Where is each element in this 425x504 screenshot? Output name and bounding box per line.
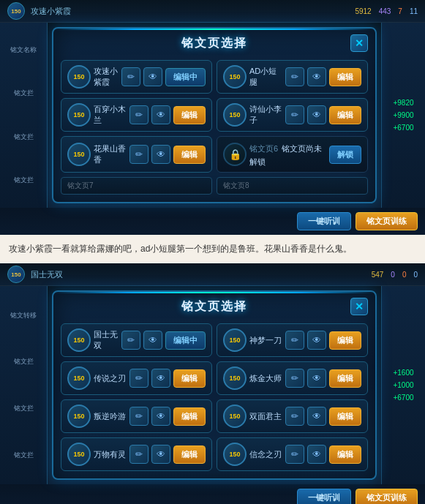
right-stat-1: +9820	[393, 99, 413, 107]
left2-panel-item-1[interactable]: 铭文转移	[10, 311, 37, 320]
bottom2-btn-rune-train[interactable]: 铭文页训练	[356, 489, 418, 504]
level2-badge-5: 150	[67, 405, 91, 428]
profile-name-4: 诗仙小李子	[249, 104, 282, 126]
edit2-icon-1[interactable]: ✏	[121, 331, 140, 350]
edit2-icon-7[interactable]: ✏	[129, 445, 148, 464]
modal2-close-button[interactable]: ✕	[350, 298, 368, 315]
edit-btn-1[interactable]: 编辑中	[165, 68, 206, 86]
stat-bolt: 11	[410, 7, 418, 15]
left2-panel-item-3[interactable]: 铭文拦	[14, 404, 34, 413]
unlock-btn-6[interactable]: 解锁	[329, 146, 361, 164]
profile-name-5: 花果山香香	[94, 143, 127, 165]
modal-title: 铭文页选择	[181, 36, 247, 51]
edit2-btn-7[interactable]: 编辑	[173, 445, 206, 464]
level2-badge-4: 150	[223, 366, 247, 390]
eye-icon-2[interactable]: 👁	[307, 67, 326, 86]
left-panel-item-2[interactable]: 铭文拦	[14, 89, 34, 98]
bottom-buttons-2: 一键听训 铭文页训练	[0, 484, 425, 504]
profile2-card-6: 150 双面君主 ✏ 👁 编辑	[217, 399, 368, 433]
level-badge-2: 150	[223, 65, 247, 89]
right2-stat-1: +1600	[393, 369, 413, 377]
bottom-btn-rune-train[interactable]: 铭文页训练	[356, 212, 418, 230]
profile-card-2: 150 AD小短腿 ✏ 👁 编辑	[217, 60, 368, 94]
edit-icon-2[interactable]: ✏	[285, 67, 304, 86]
left2-panel-item-2[interactable]: 铭文拦	[14, 357, 34, 366]
edit-icon-3[interactable]: ✏	[129, 105, 148, 124]
comment-section: 攻速小紫霞一看就算给露娜的吧，ad小短腿第一个想到的是鲁班。花果山香香是什么鬼。	[0, 235, 425, 263]
edit-btn-5[interactable]: 编辑	[173, 146, 206, 164]
profile-card-6: 🔒 铭文页6 铭文页尚未解锁 解锁	[217, 136, 368, 173]
eye2-icon-3[interactable]: 👁	[151, 369, 170, 388]
profile-grid: 150 攻速小紫霞 ✏ 👁 编辑中 150 AD小短腿 ✏ 👁	[61, 60, 368, 173]
profile2-card-4: 150 炼金大师 ✏ 👁 编辑	[217, 361, 368, 395]
topbar2-level-badge: 150	[7, 266, 25, 283]
edit2-btn-4[interactable]: 编辑	[329, 369, 361, 388]
edit2-btn-1[interactable]: 编辑中	[165, 331, 206, 350]
profile2-name-2: 神梦一刀	[249, 335, 282, 346]
level2-badge-1: 150	[67, 328, 91, 352]
edit2-btn-6[interactable]: 编辑	[329, 407, 361, 426]
left-panel-item-1[interactable]: 铭文名称	[10, 45, 37, 55]
profile2-card-5: 150 叛逆吟游 ✏ 👁 编辑	[61, 399, 212, 433]
eye-icon-1[interactable]: 👁	[143, 67, 162, 86]
edit2-btn-2[interactable]: 编辑	[329, 331, 361, 350]
bottom-btn-train[interactable]: 一键听训	[297, 212, 351, 230]
profile2-card-7: 150 万物有灵 ✏ 👁 编辑	[61, 437, 212, 471]
stat-fire: 7	[398, 7, 402, 15]
eye2-icon-6[interactable]: 👁	[307, 407, 326, 426]
stat-gems: 443	[379, 7, 391, 15]
edit2-icon-5[interactable]: ✏	[129, 407, 148, 426]
eye2-icon-7[interactable]: 👁	[151, 445, 170, 464]
eye-icon-4[interactable]: 👁	[307, 105, 326, 124]
stat2-coins: 547	[372, 271, 384, 279]
modal-close-button[interactable]: ✕	[350, 34, 368, 52]
eye2-icon-1[interactable]: 👁	[143, 331, 162, 350]
right-stat-2: +9900	[393, 111, 413, 119]
eye-icon-5[interactable]: 👁	[151, 145, 170, 164]
scroll-label-8: 铭文页8	[223, 181, 249, 191]
eye2-icon-8[interactable]: 👁	[307, 445, 326, 464]
profile2-name-6: 双面君主	[249, 411, 282, 422]
eye-icon-3[interactable]: 👁	[151, 105, 170, 124]
bottom2-btn-train[interactable]: 一键听训	[297, 489, 351, 504]
edit2-icon-8[interactable]: ✏	[285, 445, 304, 464]
edit2-icon-2[interactable]: ✏	[285, 331, 304, 350]
edit-btn-4[interactable]: 编辑	[329, 106, 361, 124]
edit-icon-5[interactable]: ✏	[129, 145, 148, 164]
edit2-btn-8[interactable]: 编辑	[329, 445, 361, 464]
right2-stat-3: +6700	[393, 394, 413, 402]
topbar-name: 攻速小紫霞	[31, 6, 71, 17]
profile2-grid: 150 国士无双 ✏ 👁 编辑中 150 神梦一刀 ✏ 👁 编辑	[61, 323, 368, 471]
topbar-level-badge: 150	[7, 2, 25, 20]
edit2-icon-4[interactable]: ✏	[285, 369, 304, 388]
edit-icon-4[interactable]: ✏	[285, 105, 304, 124]
edit-icon-1[interactable]: ✏	[121, 67, 140, 86]
profile2-card-8: 150 信念之刃 ✏ 👁 编辑	[217, 437, 368, 471]
modal2-content: 150 国士无双 ✏ 👁 编辑中 150 神梦一刀 ✏ 👁 编辑	[53, 320, 375, 478]
modal-content: 150 攻速小紫霞 ✏ 👁 编辑中 150 AD小短腿 ✏ 👁	[53, 57, 375, 202]
left-panel-item-4[interactable]: 铭文拦	[14, 176, 34, 185]
level2-badge-8: 150	[223, 443, 247, 466]
left-panel-item-3[interactable]: 铭文拦	[14, 132, 34, 142]
edit-btn-2[interactable]: 编辑	[329, 68, 361, 86]
eye2-icon-5[interactable]: 👁	[151, 407, 170, 426]
edit2-btn-3[interactable]: 编辑	[173, 369, 206, 388]
level2-badge-6: 150	[223, 405, 247, 428]
modal2-header: 铭文页选择 ✕	[53, 292, 375, 320]
modal2-title: 铭文页选择	[181, 299, 247, 315]
eye2-icon-2[interactable]: 👁	[307, 331, 326, 350]
profile2-name-5: 叛逆吟游	[94, 411, 127, 422]
eye2-icon-4[interactable]: 👁	[307, 369, 326, 388]
edit2-icon-3[interactable]: ✏	[129, 369, 148, 388]
edit-btn-3[interactable]: 编辑	[173, 106, 206, 124]
level-badge-6: 🔒	[223, 143, 247, 166]
edit2-btn-5[interactable]: 编辑	[173, 407, 206, 426]
right-stat-3: +6700	[393, 124, 413, 132]
profile2-name-1: 国士无双	[94, 329, 119, 351]
right2-stat-2: +1000	[393, 381, 413, 389]
left2-panel-item-4[interactable]: 铭文拦	[14, 451, 34, 460]
profile-name-1: 攻速小紫霞	[94, 66, 119, 88]
profile-name-3: 百穿小木兰	[94, 104, 127, 126]
edit2-icon-6[interactable]: ✏	[285, 407, 304, 426]
modal-header: 铭文页选择 ✕	[53, 29, 375, 57]
